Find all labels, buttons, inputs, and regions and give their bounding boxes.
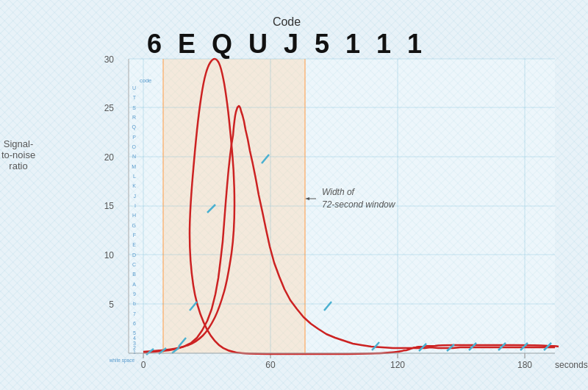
code-letter-M: M [132,164,136,169]
code-letter-R: R [132,115,136,120]
whitespace-label: white space [109,358,135,364]
code-letter-Q: Q [132,124,137,130]
code-letter-9: 9 [133,291,136,297]
code-letter-B: B [132,272,136,277]
y-tick-5: 5 [109,299,114,310]
code-letter-O: O [132,144,137,149]
code-letter-E: E [132,242,136,247]
y-tick-10: 10 [104,250,115,260]
y-axis-label-line3: ratio [9,160,27,171]
code-letter-H: H [132,213,136,218]
code-letter-G: G [132,223,136,228]
x-axis-label: seconds [555,360,588,370]
code-letter-D: D [132,252,136,258]
annotation-line2: 72-second window [322,199,396,210]
y-tick-15: 15 [104,201,115,211]
chart-title: Code [273,15,301,28]
x-tick-0: 0 [141,360,146,370]
code-letter-5: 5 [133,330,136,336]
code-letter-1: 1 [133,350,136,355]
code-letter-4: 4 [133,336,136,341]
code-letter-6: 6 [133,321,136,326]
code-letter-F: F [133,233,136,238]
code-letter-N: N [132,154,136,159]
code-letter-J: J [134,194,137,199]
y-axis-label-line1: Signal- [4,138,33,149]
code-letter-P: P [132,135,136,140]
code-letter-A: A [132,282,136,287]
x-tick-60: 60 [265,360,276,370]
code-value: 6 E Q U J 5 1 1 1 [147,29,426,59]
code-letter-b: b [133,301,136,306]
x-tick-180: 180 [517,360,532,370]
code-letter-S: S [132,105,136,110]
code-label: code [140,77,151,84]
y-tick-25: 25 [104,103,115,113]
annotation-line1: Width of [322,187,356,197]
code-letter-U: U [132,85,136,91]
code-letter-T: T [133,95,137,100]
code-letter-K: K [132,183,136,188]
code-letter-I: I [135,203,136,208]
code-letter-C: C [132,262,136,267]
x-tick-120: 120 [390,360,405,370]
y-tick-20: 20 [104,152,115,163]
code-letter-7: 7 [133,311,136,316]
y-axis-label-line2: to-noise [1,149,35,160]
y-tick-30: 30 [104,54,115,65]
chart-container: Code 6 E Q U J 5 1 1 1 Signal- to-noise … [0,0,588,390]
code-letter-L: L [133,174,136,179]
